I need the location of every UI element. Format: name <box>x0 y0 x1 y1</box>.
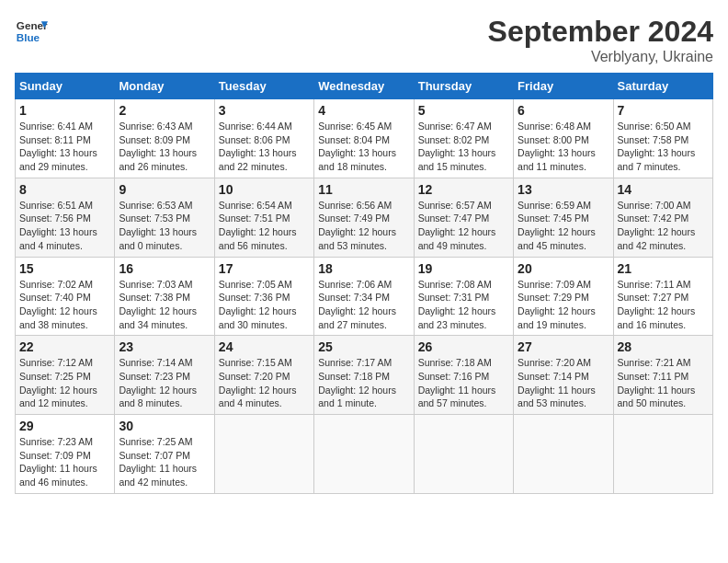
calendar-cell: 8Sunrise: 6:51 AMSunset: 7:56 PMDaylight… <box>16 178 115 257</box>
day-info: Sunrise: 7:02 AMSunset: 7:40 PMDaylight:… <box>19 278 110 332</box>
header: General Blue September 2024 Verblyany, U… <box>15 15 713 65</box>
calendar-cell: 29Sunrise: 7:23 AMSunset: 7:09 PMDayligh… <box>16 415 115 494</box>
logo: General Blue <box>15 15 48 48</box>
calendar-cell: 15Sunrise: 7:02 AMSunset: 7:40 PMDayligh… <box>16 257 115 336</box>
day-info: Sunrise: 7:23 AMSunset: 7:09 PMDaylight:… <box>19 435 110 489</box>
calendar-cell: 4Sunrise: 6:45 AMSunset: 8:04 PMDaylight… <box>314 99 414 178</box>
day-number: 16 <box>119 261 210 276</box>
calendar-cell: 30Sunrise: 7:25 AMSunset: 7:07 PMDayligh… <box>115 415 214 494</box>
day-info: Sunrise: 7:12 AMSunset: 7:25 PMDaylight:… <box>19 356 110 410</box>
col-sunday: Sunday <box>16 74 115 99</box>
calendar-cell: 27Sunrise: 7:20 AMSunset: 7:14 PMDayligh… <box>514 336 613 415</box>
calendar-cell <box>314 415 414 494</box>
day-number: 17 <box>219 261 310 276</box>
calendar-cell <box>514 415 613 494</box>
day-number: 14 <box>618 182 709 197</box>
day-number: 25 <box>318 339 409 354</box>
calendar-cell: 7Sunrise: 6:50 AMSunset: 7:58 PMDaylight… <box>613 99 712 178</box>
day-number: 9 <box>119 182 210 197</box>
day-info: Sunrise: 7:03 AMSunset: 7:38 PMDaylight:… <box>119 278 210 332</box>
day-info: Sunrise: 6:41 AMSunset: 8:11 PMDaylight:… <box>19 120 110 174</box>
day-info: Sunrise: 7:20 AMSunset: 7:14 PMDaylight:… <box>518 356 609 410</box>
day-number: 26 <box>418 339 509 354</box>
calendar-table: Sunday Monday Tuesday Wednesday Thursday… <box>15 73 713 494</box>
calendar-cell: 2Sunrise: 6:43 AMSunset: 8:09 PMDaylight… <box>115 99 214 178</box>
day-number: 30 <box>119 419 210 433</box>
day-info: Sunrise: 7:08 AMSunset: 7:31 PMDaylight:… <box>418 278 509 332</box>
calendar-cell <box>214 415 313 494</box>
calendar-cell: 17Sunrise: 7:05 AMSunset: 7:36 PMDayligh… <box>214 257 313 336</box>
day-number: 6 <box>518 103 609 118</box>
day-number: 11 <box>318 182 409 197</box>
day-number: 22 <box>19 339 110 354</box>
col-wednesday: Wednesday <box>314 74 414 99</box>
calendar-cell: 13Sunrise: 6:59 AMSunset: 7:45 PMDayligh… <box>514 178 613 257</box>
day-number: 18 <box>318 261 409 276</box>
calendar-cell: 5Sunrise: 6:47 AMSunset: 8:02 PMDaylight… <box>414 99 513 178</box>
day-number: 10 <box>219 182 310 197</box>
day-info: Sunrise: 6:51 AMSunset: 7:56 PMDaylight:… <box>19 199 110 253</box>
day-number: 4 <box>318 103 409 118</box>
day-info: Sunrise: 6:57 AMSunset: 7:47 PMDaylight:… <box>418 199 509 253</box>
day-info: Sunrise: 6:47 AMSunset: 8:02 PMDaylight:… <box>418 120 509 174</box>
day-number: 5 <box>418 103 509 118</box>
calendar-cell: 6Sunrise: 6:48 AMSunset: 8:00 PMDaylight… <box>514 99 613 178</box>
calendar-week-5: 29Sunrise: 7:23 AMSunset: 7:09 PMDayligh… <box>16 415 713 494</box>
day-number: 13 <box>518 182 609 197</box>
svg-text:General: General <box>17 19 48 31</box>
day-info: Sunrise: 6:54 AMSunset: 7:51 PMDaylight:… <box>219 199 310 253</box>
calendar-cell: 18Sunrise: 7:06 AMSunset: 7:34 PMDayligh… <box>314 257 414 336</box>
col-thursday: Thursday <box>414 74 513 99</box>
calendar-week-3: 15Sunrise: 7:02 AMSunset: 7:40 PMDayligh… <box>16 257 713 336</box>
day-info: Sunrise: 7:18 AMSunset: 7:16 PMDaylight:… <box>418 356 509 410</box>
calendar-cell <box>613 415 712 494</box>
col-friday: Friday <box>514 74 613 99</box>
day-info: Sunrise: 7:11 AMSunset: 7:27 PMDaylight:… <box>618 278 709 332</box>
calendar-cell: 3Sunrise: 6:44 AMSunset: 8:06 PMDaylight… <box>214 99 313 178</box>
day-number: 1 <box>19 103 110 118</box>
location-title: Verblyany, Ukraine <box>488 49 713 65</box>
day-info: Sunrise: 6:45 AMSunset: 8:04 PMDaylight:… <box>318 120 409 174</box>
calendar-cell: 14Sunrise: 7:00 AMSunset: 7:42 PMDayligh… <box>613 178 712 257</box>
day-info: Sunrise: 7:05 AMSunset: 7:36 PMDaylight:… <box>219 278 310 332</box>
day-number: 7 <box>618 103 709 118</box>
calendar-cell: 10Sunrise: 6:54 AMSunset: 7:51 PMDayligh… <box>214 178 313 257</box>
calendar-cell: 20Sunrise: 7:09 AMSunset: 7:29 PMDayligh… <box>514 257 613 336</box>
logo-icon: General Blue <box>15 15 48 48</box>
day-info: Sunrise: 7:00 AMSunset: 7:42 PMDaylight:… <box>618 199 709 253</box>
calendar-cell: 16Sunrise: 7:03 AMSunset: 7:38 PMDayligh… <box>115 257 214 336</box>
calendar-week-1: 1Sunrise: 6:41 AMSunset: 8:11 PMDaylight… <box>16 99 713 178</box>
day-info: Sunrise: 7:06 AMSunset: 7:34 PMDaylight:… <box>318 278 409 332</box>
day-number: 24 <box>219 339 310 354</box>
calendar-cell: 12Sunrise: 6:57 AMSunset: 7:47 PMDayligh… <box>414 178 513 257</box>
day-info: Sunrise: 7:09 AMSunset: 7:29 PMDaylight:… <box>518 278 609 332</box>
day-info: Sunrise: 7:25 AMSunset: 7:07 PMDaylight:… <box>119 435 210 489</box>
col-monday: Monday <box>115 74 214 99</box>
calendar-cell: 19Sunrise: 7:08 AMSunset: 7:31 PMDayligh… <box>414 257 513 336</box>
day-number: 8 <box>19 182 110 197</box>
day-number: 19 <box>418 261 509 276</box>
calendar-week-4: 22Sunrise: 7:12 AMSunset: 7:25 PMDayligh… <box>16 336 713 415</box>
calendar-cell <box>414 415 513 494</box>
month-title: September 2024 <box>488 15 713 49</box>
day-info: Sunrise: 7:15 AMSunset: 7:20 PMDaylight:… <box>219 356 310 410</box>
header-row: Sunday Monday Tuesday Wednesday Thursday… <box>16 74 713 99</box>
day-number: 3 <box>219 103 310 118</box>
calendar-cell: 23Sunrise: 7:14 AMSunset: 7:23 PMDayligh… <box>115 336 214 415</box>
day-info: Sunrise: 6:50 AMSunset: 7:58 PMDaylight:… <box>618 120 709 174</box>
calendar-cell: 1Sunrise: 6:41 AMSunset: 8:11 PMDaylight… <box>16 99 115 178</box>
calendar-cell: 25Sunrise: 7:17 AMSunset: 7:18 PMDayligh… <box>314 336 414 415</box>
calendar-cell: 22Sunrise: 7:12 AMSunset: 7:25 PMDayligh… <box>16 336 115 415</box>
day-number: 12 <box>418 182 509 197</box>
calendar-cell: 24Sunrise: 7:15 AMSunset: 7:20 PMDayligh… <box>214 336 313 415</box>
calendar-cell: 26Sunrise: 7:18 AMSunset: 7:16 PMDayligh… <box>414 336 513 415</box>
day-info: Sunrise: 6:56 AMSunset: 7:49 PMDaylight:… <box>318 199 409 253</box>
day-info: Sunrise: 7:14 AMSunset: 7:23 PMDaylight:… <box>119 356 210 410</box>
calendar-cell: 21Sunrise: 7:11 AMSunset: 7:27 PMDayligh… <box>613 257 712 336</box>
day-number: 28 <box>618 339 709 354</box>
calendar-cell: 9Sunrise: 6:53 AMSunset: 7:53 PMDaylight… <box>115 178 214 257</box>
day-number: 23 <box>119 339 210 354</box>
day-info: Sunrise: 6:43 AMSunset: 8:09 PMDaylight:… <box>119 120 210 174</box>
day-info: Sunrise: 6:53 AMSunset: 7:53 PMDaylight:… <box>119 199 210 253</box>
day-number: 15 <box>19 261 110 276</box>
